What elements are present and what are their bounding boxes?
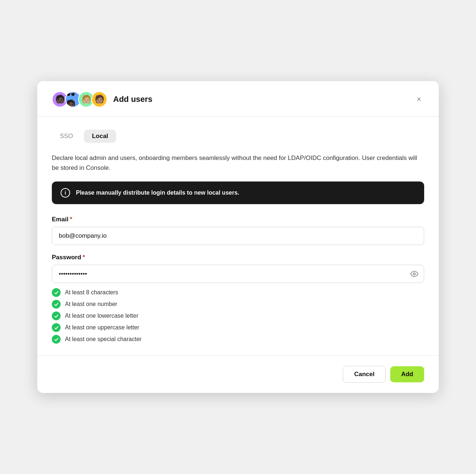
email-label: Email * bbox=[52, 216, 424, 223]
checkmark-icon-2 bbox=[54, 314, 59, 318]
check-icon-3 bbox=[52, 323, 61, 332]
info-banner: i Please manually distribute login detai… bbox=[52, 181, 424, 204]
password-field-group: Password * bbox=[52, 254, 424, 344]
header-left: 🧑🏿 🕶️🧑🏿 🧑🏼 🧑🏽 Add users bbox=[52, 91, 153, 107]
description-text: Declare local admin and users, onboardin… bbox=[52, 153, 424, 173]
add-button[interactable]: Add bbox=[390, 366, 424, 382]
info-icon: i bbox=[61, 188, 70, 198]
avatar-4: 🧑🏽 bbox=[91, 91, 107, 107]
check-icon-1 bbox=[52, 300, 61, 309]
checkmark-icon-3 bbox=[54, 325, 59, 330]
modal-title: Add users bbox=[113, 95, 153, 104]
tab-local[interactable]: Local bbox=[84, 130, 116, 143]
tabs-container: SSO Local bbox=[52, 130, 424, 143]
check-icon-4 bbox=[52, 335, 61, 344]
validation-label-2: At least one lowercase letter bbox=[65, 313, 138, 319]
add-users-modal: 🧑🏿 🕶️🧑🏿 🧑🏼 🧑🏽 Add users × SSO Local Decl… bbox=[37, 81, 439, 393]
validation-list: At least 8 characters At least one numbe… bbox=[52, 288, 424, 344]
close-button[interactable]: × bbox=[414, 93, 424, 106]
validation-item-2: At least one lowercase letter bbox=[52, 311, 424, 320]
banner-text: Please manually distribute login details… bbox=[76, 190, 239, 196]
password-input[interactable] bbox=[52, 265, 424, 283]
email-required-star: * bbox=[70, 216, 72, 223]
eye-icon bbox=[410, 270, 418, 278]
check-icon-0 bbox=[52, 288, 61, 297]
tab-sso[interactable]: SSO bbox=[52, 130, 81, 143]
validation-label-4: At least one special character bbox=[65, 336, 142, 343]
modal-header: 🧑🏿 🕶️🧑🏿 🧑🏼 🧑🏽 Add users × bbox=[37, 81, 439, 116]
checkmark-icon-4 bbox=[54, 337, 59, 342]
validation-label-0: At least 8 characters bbox=[65, 289, 118, 296]
validation-label-3: At least one uppercase letter bbox=[65, 324, 139, 331]
password-wrapper bbox=[52, 265, 424, 283]
validation-label-1: At least one number bbox=[65, 301, 117, 307]
checkmark-icon-0 bbox=[54, 290, 59, 295]
validation-item-0: At least 8 characters bbox=[52, 288, 424, 297]
password-required-star: * bbox=[82, 254, 85, 261]
checkmark-icon-1 bbox=[54, 302, 59, 307]
modal-body: SSO Local Declare local admin and users,… bbox=[37, 116, 439, 344]
password-label: Password * bbox=[52, 254, 424, 261]
validation-item-3: At least one uppercase letter bbox=[52, 323, 424, 332]
svg-point-0 bbox=[413, 273, 415, 275]
email-field-group: Email * bbox=[52, 216, 424, 245]
check-icon-2 bbox=[52, 311, 61, 320]
avatars-group: 🧑🏿 🕶️🧑🏿 🧑🏼 🧑🏽 bbox=[52, 91, 107, 107]
validation-item-1: At least one number bbox=[52, 300, 424, 309]
modal-footer: Cancel Add bbox=[37, 355, 439, 393]
validation-item-4: At least one special character bbox=[52, 335, 424, 344]
email-input[interactable] bbox=[52, 227, 424, 245]
cancel-button[interactable]: Cancel bbox=[343, 366, 386, 383]
toggle-password-button[interactable] bbox=[410, 270, 418, 278]
